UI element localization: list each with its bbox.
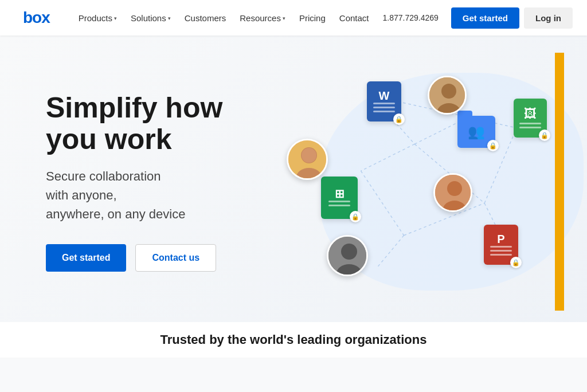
svg-line-5 [361,171,404,236]
lock-badge-green: 🔒 [539,130,550,141]
word-document-icon: W 🔒 [367,81,401,121]
svg-point-19 [447,181,462,196]
nav-get-started-button[interactable]: Get started [451,7,519,29]
svg-line-2 [361,144,415,171]
hero-buttons: Get started Contact us [46,244,287,272]
chevron-down-icon: ▾ [283,15,285,21]
nav-item-solutions[interactable]: Solutions ▾ [125,9,177,28]
avatar-2 [428,76,467,115]
svg-line-8 [377,236,404,268]
nav-links: Products ▾ Solutions ▾ Customers Resourc… [73,9,444,28]
powerpoint-document-icon: P 🔒 [484,225,518,265]
hero-section: Simplify how you work Secure collaborati… [0,36,587,322]
nav-item-resources[interactable]: Resources ▾ [234,9,291,28]
green-file-icon: 🖼 🔒 [514,99,547,138]
avatar-1 [287,139,328,180]
nav-item-customers[interactable]: Customers [179,9,232,28]
chevron-down-icon: ▾ [168,15,171,21]
hero-title: Simplify how you work [46,92,287,155]
hero-text: Simplify how you work Secure collaborati… [46,92,287,272]
nav-item-contact[interactable]: Contact [334,9,375,28]
lock-badge: 🔒 [393,113,405,125]
avatar-3 [433,173,472,212]
hero-contact-button[interactable]: Contact us [135,244,216,272]
sheets-document-icon: ⊞ 🔒 [321,177,358,219]
orange-accent-bar [555,53,564,311]
chevron-down-icon: ▾ [114,15,117,21]
nav-login-button[interactable]: Log in [524,7,573,29]
hero-get-started-button[interactable]: Get started [46,244,126,272]
avatar-4 [327,235,368,276]
lock-badge-folder: 🔒 [487,140,499,151]
lock-badge-sheets: 🔒 [350,211,361,222]
svg-point-14 [302,148,316,163]
nav-item-pricing[interactable]: Pricing [294,9,331,28]
svg-point-16 [441,84,456,99]
logo-text: box [23,9,50,27]
phone-number: 1.877.729.4269 [383,13,439,22]
lock-badge-ppt: 🔒 [510,257,522,268]
logo[interactable]: box [23,9,50,27]
navbar: box Products ▾ Solutions ▾ Customers Res… [0,0,587,36]
svg-point-22 [341,244,357,260]
trusted-label: Trusted by the world's leading organizat… [161,332,427,347]
trusted-section: Trusted by the world's leading organizat… [0,322,587,358]
hero-graphic: .dline{stroke:#a0c0e8;stroke-width:1.5;s… [287,53,564,311]
nav-item-products[interactable]: Products ▾ [73,9,123,28]
hero-subtitle: Secure collaboration with anyone, anywhe… [46,167,287,224]
folder-icon: 👥 🔒 [457,116,495,148]
